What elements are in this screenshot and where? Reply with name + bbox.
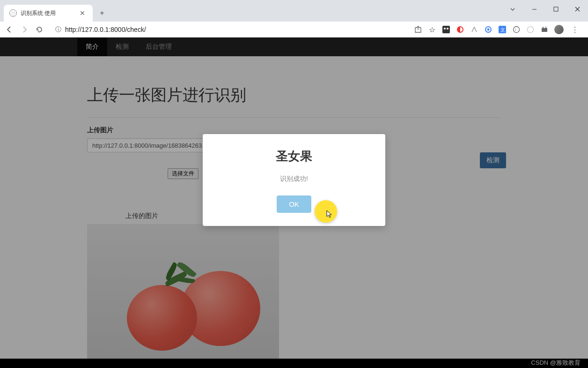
minimize-button[interactable] bbox=[523, 0, 545, 18]
svg-point-14 bbox=[528, 27, 534, 33]
star-icon[interactable]: ☆ bbox=[428, 25, 436, 34]
maximize-button[interactable] bbox=[545, 0, 566, 18]
browser-menu-icon[interactable]: ⋮ bbox=[569, 25, 581, 34]
reload-button[interactable] bbox=[35, 26, 44, 33]
tab-bar: ◌ 识别系统 使用 ✕ + bbox=[0, 0, 588, 22]
svg-point-5 bbox=[444, 28, 446, 30]
modal-ok-button[interactable]: OK bbox=[277, 195, 311, 213]
extension-icons: ☆ 文 ! ⋮ bbox=[414, 25, 583, 34]
svg-point-6 bbox=[447, 28, 448, 30]
modal-title: 圣女果 bbox=[212, 148, 376, 165]
extension-icon-3[interactable] bbox=[470, 25, 478, 34]
result-modal: 圣女果 识别成功! OK bbox=[203, 134, 385, 226]
back-button[interactable] bbox=[5, 26, 14, 33]
extension-icon-5[interactable]: 文 bbox=[498, 25, 507, 34]
close-tab-icon[interactable]: ✕ bbox=[78, 8, 87, 18]
profile-avatar[interactable] bbox=[554, 25, 564, 34]
svg-point-12 bbox=[514, 27, 520, 33]
bottom-bar bbox=[0, 359, 588, 368]
svg-point-9 bbox=[487, 29, 490, 31]
tab-title: 识别系统 使用 bbox=[21, 9, 78, 17]
share-icon[interactable] bbox=[414, 25, 422, 34]
extension-icon-7[interactable] bbox=[526, 25, 535, 34]
tab-dropdown-icon[interactable] bbox=[510, 6, 515, 14]
svg-rect-4 bbox=[442, 26, 450, 33]
site-info-icon[interactable]: ⓘ bbox=[55, 25, 61, 34]
address-bar: ⓘ http://127.0.0.1:8000/check/ ☆ 文 ! ⋮ bbox=[0, 22, 588, 38]
browser-chrome: ◌ 识别系统 使用 ✕ + ⓘ http://127.0.0.1:8000/ch… bbox=[0, 0, 588, 38]
url-input[interactable]: ⓘ http://127.0.0.1:8000/check/ bbox=[50, 23, 408, 36]
cursor-icon bbox=[326, 210, 333, 220]
extension-icon-4[interactable] bbox=[484, 25, 492, 34]
cursor-highlight bbox=[315, 200, 337, 223]
new-tab-button[interactable]: + bbox=[96, 7, 109, 20]
url-text: http://127.0.0.1:8000/check/ bbox=[65, 26, 146, 33]
extension-icon-1[interactable] bbox=[442, 25, 450, 34]
svg-rect-1 bbox=[554, 7, 558, 11]
modal-overlay[interactable]: 圣女果 识别成功! OK bbox=[0, 38, 588, 359]
globe-icon: ◌ bbox=[9, 9, 17, 17]
extensions-puzzle-icon[interactable] bbox=[540, 25, 549, 34]
window-controls bbox=[523, 0, 588, 18]
extension-icon-6[interactable]: ! bbox=[512, 25, 521, 34]
extension-icon-2[interactable] bbox=[456, 25, 464, 34]
watermark: CSDN @雅致教育 bbox=[531, 359, 581, 367]
browser-tab[interactable]: ◌ 识别系统 使用 ✕ bbox=[4, 5, 93, 22]
forward-button bbox=[20, 26, 29, 33]
svg-text:!: ! bbox=[515, 28, 516, 32]
svg-text:文: 文 bbox=[500, 27, 505, 32]
close-window-button[interactable] bbox=[566, 0, 588, 18]
modal-message: 识别成功! bbox=[212, 175, 376, 183]
